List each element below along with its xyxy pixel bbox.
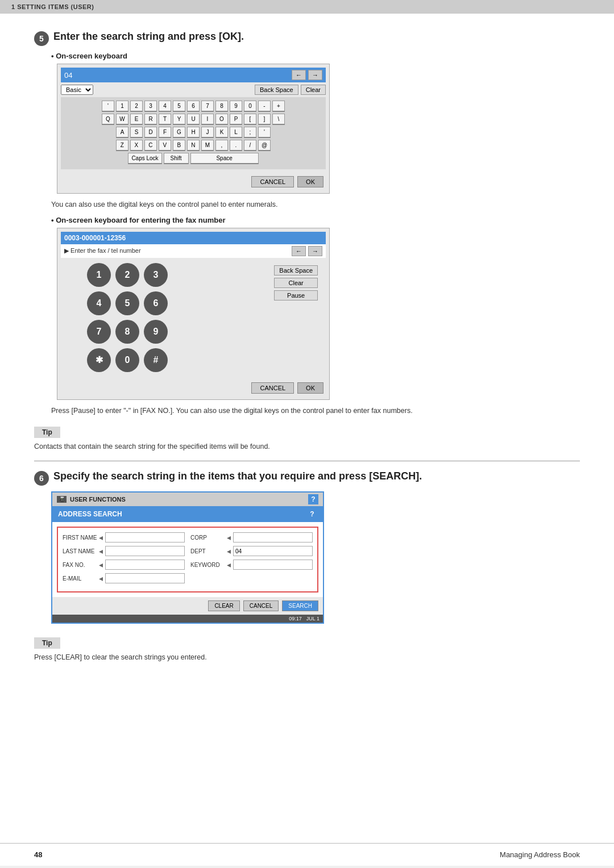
kb-key[interactable]: 4 [159,101,171,112]
kb-key[interactable]: ] [258,114,271,125]
fax-num-hash[interactable]: # [144,348,168,372]
kb-key[interactable]: . [230,140,242,151]
header-label: 1 SETTING ITEMS (USER) [11,3,94,10]
kb-key[interactable]: 2 [130,101,143,112]
addr-header-title: ADDRESS SEARCH [58,510,122,518]
kb-key[interactable]: S [130,127,143,138]
kb-key[interactable]: F [159,127,171,138]
kb-key[interactable]: Q [102,114,114,125]
kb-key[interactable]: - [258,101,271,112]
kb-backspace-btn[interactable]: Back Space [255,85,298,95]
kb-key[interactable]: T [159,114,171,125]
kb-key[interactable]: P [230,114,242,125]
fax-header: 0003-000001-12356 [61,232,326,244]
kb-key[interactable]: L [230,127,242,138]
kb-key[interactable]: A [116,127,128,138]
kb-row5-keys: Caps Lock Shift Space [63,153,323,164]
kb-key[interactable]: H [187,127,200,138]
addr-clear-btn[interactable]: CLEAR [208,600,239,611]
kb-key[interactable]: D [144,127,157,138]
fax-num-0[interactable]: 0 [115,348,139,372]
kb-key[interactable]: 5 [173,101,185,112]
kb-key[interactable]: 1 [116,101,128,112]
kb-key[interactable]: [ [244,114,256,125]
fax-backspace-btn[interactable]: Back Space [274,265,318,276]
addr-corp-label: CORP [190,535,225,541]
addr-search-btn[interactable]: SEARCH [282,600,318,611]
fax-num-2[interactable]: 2 [115,263,139,287]
kb-arrow-right[interactable]: → [308,70,322,80]
kb-key[interactable]: V [159,140,171,151]
kb-key[interactable]: ' [102,101,114,112]
addr-email-input[interactable] [105,573,185,583]
kb-key[interactable]: 7 [201,101,214,112]
kb-key[interactable]: ' [258,127,271,138]
tip2-label: Tip [34,637,60,649]
kb-key[interactable]: \ [272,114,285,125]
addr-icon: 📠 [57,496,67,503]
fax-num-8[interactable]: 8 [115,320,139,344]
kb-key[interactable]: I [201,114,214,125]
kb-key[interactable]: X [130,140,143,151]
fax-num-3[interactable]: 3 [144,263,168,287]
kb-key[interactable]: M [201,140,214,151]
kb-key[interactable]: Z [116,140,128,151]
addr-corp-input[interactable] [233,532,313,542]
fax-num-4[interactable]: 4 [87,291,111,315]
fax-num-6[interactable]: 6 [144,291,168,315]
fax-num-9[interactable]: 9 [144,320,168,344]
kb-key[interactable]: R [144,114,157,125]
kb-key[interactable]: + [272,101,285,112]
kb-shift-btn[interactable]: Shift [164,153,189,164]
kb-key[interactable]: 9 [230,101,242,112]
addr-header-question[interactable]: ? [307,509,317,519]
kb-key[interactable]: 8 [215,101,228,112]
addr-keyword-input[interactable] [233,560,313,570]
addr-fax-input[interactable] [105,560,185,570]
kb-key[interactable]: Y [173,114,185,125]
addr-cancel-btn[interactable]: CANCEL [243,600,279,611]
fax-num-1[interactable]: 1 [87,263,111,287]
addr-top-question[interactable]: ? [308,494,318,504]
fax-arrow-left[interactable]: ← [292,246,306,256]
fax-cancel-btn[interactable]: CANCEL [251,382,294,394]
kb-key[interactable]: U [187,114,200,125]
kb-key[interactable]: W [116,114,128,125]
addr-firstname-input[interactable] [105,532,185,542]
kb-key[interactable]: ; [244,127,256,138]
kb-key[interactable]: K [215,127,228,138]
kb-key[interactable]: 3 [144,101,157,112]
kb-clear-btn[interactable]: Clear [301,85,326,95]
tip1-label: Tip [34,427,60,438]
kb-dropdown-select[interactable]: Basic [61,85,93,95]
fax-pause-btn[interactable]: Pause [274,290,318,301]
addr-dept-input[interactable] [233,546,313,556]
kb-key[interactable]: 0 [244,101,256,112]
fax-ok-btn[interactable]: OK [297,382,323,394]
kb-key[interactable]: / [244,140,256,151]
fax-clear-btn[interactable]: Clear [274,278,318,288]
kb-key[interactable]: G [173,127,185,138]
kb-key[interactable]: C [144,140,157,151]
fax-num-5[interactable]: 5 [115,291,139,315]
kb-space-btn[interactable]: Space [190,153,259,164]
kb-arrow-left[interactable]: ← [292,70,306,80]
fax-arrow-right[interactable]: → [308,246,322,256]
kb-key[interactable]: 6 [187,101,200,112]
addr-fax-dot: ◂ [99,560,103,569]
kb-key[interactable]: J [201,127,214,138]
kb-key[interactable]: @ [258,140,271,151]
kb-key[interactable]: E [130,114,143,125]
fax-num-star[interactable]: ✱ [87,348,111,372]
kb-cancel-btn[interactable]: CANCEL [251,176,294,187]
kb-key[interactable]: O [215,114,228,125]
kb-key[interactable]: N [187,140,200,151]
kb-key[interactable]: B [173,140,185,151]
addr-lastname-input[interactable] [105,546,185,556]
kb-key[interactable]: , [215,140,228,151]
addr-status-bar: 09:17 JUL 1 [52,615,323,623]
kb-capslock-btn[interactable]: Caps Lock [128,153,161,164]
kb-ok-btn[interactable]: OK [297,176,323,187]
addr-header-blue: ADDRESS SEARCH ? [52,506,323,522]
fax-num-7[interactable]: 7 [87,320,111,344]
